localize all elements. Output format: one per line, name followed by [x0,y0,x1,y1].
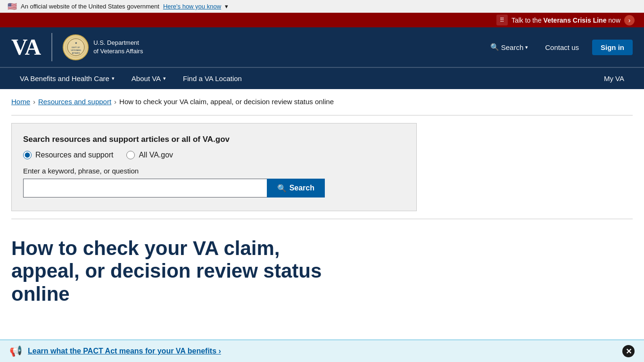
sign-in-button[interactable]: Sign in [592,40,633,55]
sign-in-label: Sign in [601,43,624,51]
article-title-line3: online [11,283,70,305]
article-title-line2: appeal, or decision review status [11,260,322,282]
search-radio-group: Resources and support All VA.gov [23,151,405,159]
nav-item-find-location[interactable]: Find a VA Location [174,68,250,89]
radio-allva-input[interactable] [126,151,135,159]
nav-benefits-label: VA Benefits and Health Care [20,74,109,82]
how-you-know-link[interactable]: Here's how you know [163,3,221,10]
logo-divider [51,33,52,61]
svg-text:VETERANS: VETERANS [71,49,81,51]
search-submit-button[interactable]: 🔍 Search [267,179,325,197]
benefits-chevron-icon: ▾ [112,75,115,82]
search-section-heading: Search resources and support articles or… [23,135,405,144]
nav-item-about[interactable]: About VA ▾ [123,68,174,89]
dept-line2: of Veterans Affairs [93,47,143,56]
crisis-line-button[interactable]: ⠿ Talk to the Veterans Crisis Line now › [496,15,635,25]
contact-us-button[interactable]: Contact us [541,41,583,53]
article-title-line1: How to check your VA claim, [11,237,280,259]
search-input-label: Enter a keyword, phrase, or question [23,167,405,175]
svg-text:AFFAIRS: AFFAIRS [72,52,80,54]
radio-resources-input[interactable] [23,151,32,159]
nav-location-label: Find a VA Location [183,74,242,82]
radio-resources-label[interactable]: Resources and support [23,151,113,159]
search-row: 🔍 Search [23,179,325,197]
breadcrumb-sep1: › [33,98,35,106]
article-title: How to check your VA claim, appeal, or d… [11,237,404,305]
radio-allva-text: All VA.gov [139,151,173,159]
gov-banner-chevron: ▾ [225,3,228,10]
va-letters: VA [11,36,41,58]
va-logo[interactable]: VA ★ DEPT OF VETERANS AFFAIRS U.S. Depar… [11,33,143,61]
search-chevron-icon: ▾ [525,44,528,50]
radio-resources-text: Resources and support [35,151,113,159]
search-section: Search resources and support articles or… [11,123,417,211]
breadcrumb-current: How to check your VA claim, appeal, or d… [119,98,334,106]
breadcrumb-home-link[interactable]: Home [11,98,30,106]
us-flag-icon: 🇺🇸 [8,2,17,11]
crisis-bold: Veterans Crisis Line [544,16,607,24]
radio-allva-label[interactable]: All VA.gov [126,151,173,159]
search-nav-icon: 🔍 [490,43,499,51]
va-dept-text: U.S. Department of Veterans Affairs [93,39,143,56]
article-section: How to check your VA claim, appeal, or d… [0,225,415,320]
search-nav-button[interactable]: 🔍 Search ▾ [487,41,532,53]
search-nav-label: Search [501,43,524,51]
gov-banner: 🇺🇸 An official website of the United Sta… [0,0,644,13]
breadcrumb: Home › Resources and support › How to ch… [0,89,644,109]
site-header: VA ★ DEPT OF VETERANS AFFAIRS U.S. Depar… [0,27,644,67]
nav-about-label: About VA [132,74,161,82]
search-input[interactable] [23,179,267,197]
search-submit-icon: 🔍 [277,184,287,193]
my-va-label: My VA [604,74,624,82]
seal-circle: ★ DEPT OF VETERANS AFFAIRS [63,34,89,60]
search-article-divider [11,219,633,219]
breadcrumb-resources-link[interactable]: Resources and support [38,98,111,106]
gov-banner-text: An official website of the United States… [21,3,159,10]
contact-us-label: Contact us [545,43,579,51]
search-submit-label: Search [289,184,314,192]
va-seal: ★ DEPT OF VETERANS AFFAIRS [63,34,89,60]
svg-text:DEPT OF: DEPT OF [72,46,80,49]
about-chevron-icon: ▾ [163,75,166,82]
dept-line1: U.S. Department [93,39,143,47]
breadcrumb-divider [11,115,633,115]
main-navigation: VA Benefits and Health Care ▾ About VA ▾… [0,67,644,89]
crisis-line-icon: ⠿ [496,15,508,25]
header-nav: 🔍 Search ▾ Contact us Sign in [487,40,633,55]
breadcrumb-sep2: › [114,98,116,106]
nav-item-benefits[interactable]: VA Benefits and Health Care ▾ [11,68,123,89]
crisis-line-text: Talk to the Veterans Crisis Line now [512,16,620,24]
crisis-line-arrow-icon: › [624,15,635,25]
my-va-button[interactable]: My VA [595,68,633,89]
